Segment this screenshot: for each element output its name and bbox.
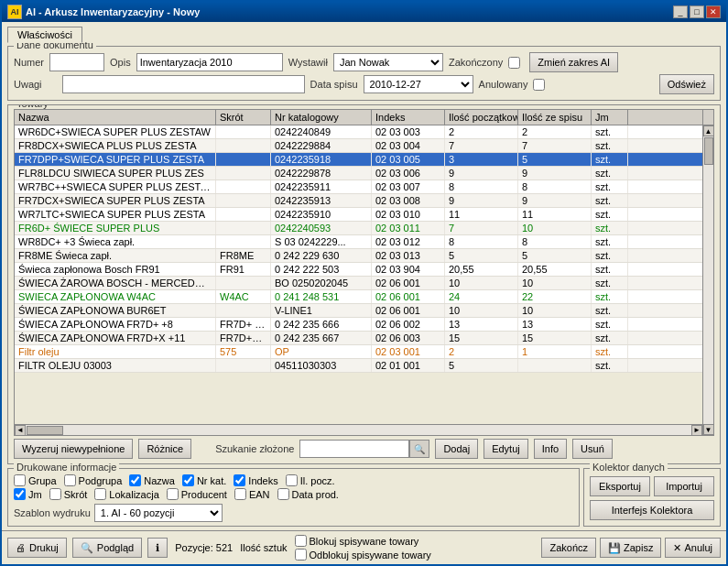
opis-input[interactable]: [136, 53, 283, 71]
blokuj-checkbox[interactable]: Blokuj spisywane towary: [295, 535, 431, 547]
footer-right: Zakończ 💾 Zapisz ✕ Anuluj: [541, 538, 721, 558]
table-cell: 02 06 002: [372, 318, 445, 331]
table-cell: 5: [518, 153, 592, 166]
cb-nazwa[interactable]: Nazwa: [129, 474, 175, 486]
table-cell: szt.: [592, 318, 628, 331]
table-cell: [216, 139, 271, 152]
close-button[interactable]: ✕: [706, 5, 721, 18]
table-row[interactable]: ŚWIECA ŻAROWA BOSCH - MERCEDES-BENZBO 02…: [15, 277, 702, 290]
table-row[interactable]: Filtr oleju575OP02 03 00121szt.: [15, 345, 702, 359]
table-cell: 02 06 001: [372, 304, 445, 317]
table-cell: szt.: [592, 208, 628, 221]
vertical-scrollbar[interactable]: ▲ ▼: [702, 125, 713, 435]
table-cell: FILTR OLEJU 03003: [15, 359, 216, 372]
interfejs-btn[interactable]: Interfejs Kolektora: [590, 500, 714, 520]
cb-podgrupa[interactable]: Podgrupa: [64, 474, 123, 486]
search-icon-btn[interactable]: 🔍: [409, 440, 429, 458]
odblokuj-checkbox[interactable]: Odblokuj spisywane towary: [295, 549, 431, 561]
table-cell: szt.: [592, 263, 628, 276]
minimize-button[interactable]: _: [673, 5, 688, 18]
cb-data-prod[interactable]: Data prod.: [277, 488, 339, 500]
importuj-btn[interactable]: Importuj: [654, 476, 714, 496]
cb-grupa[interactable]: Grupa: [14, 474, 57, 486]
wystawil-select[interactable]: Jan Nowak: [333, 53, 443, 71]
scroll-left-btn[interactable]: ◄: [15, 425, 26, 436]
numer-input[interactable]: [49, 53, 104, 71]
drukuj-btn[interactable]: 🖨 Drukuj: [7, 538, 67, 558]
table-row[interactable]: ŚWIECA ZAPŁONOWA FR7D+ +8FR7D+ /+80 242 …: [15, 318, 702, 332]
table-row[interactable]: FLR8LDCU SIWIECA SUPER PLUS ZES024222987…: [15, 167, 702, 180]
table-cell: 02 03 011: [372, 222, 445, 234]
table-row[interactable]: WR7BC++SWIECA SUPER PLUS ZESTAW024223591…: [15, 180, 702, 194]
eksportuj-btn[interactable]: Eksportuj: [590, 476, 650, 496]
table-cell: [216, 222, 271, 234]
table-cell: ŚWIECA ZAPŁONOWA FR7D+ +8: [15, 318, 216, 331]
table-cell: FR7DPP+SWIECA SUPER PLUS ZESTA: [15, 153, 216, 166]
horizontal-scrollbar[interactable]: ◄ ►: [15, 424, 702, 435]
table-cell: FR91: [216, 263, 271, 276]
search-input[interactable]: [299, 440, 409, 458]
cb-indeks[interactable]: Indeks: [234, 474, 277, 486]
table-row[interactable]: WR6DC+SWIECA SUPER PLUS ZESTAW0242240849…: [15, 125, 702, 139]
data-spisu-select[interactable]: 2010-12-27: [364, 75, 473, 93]
table-cell: 7: [445, 222, 518, 234]
scroll-down-btn[interactable]: ▼: [703, 424, 714, 435]
table-row[interactable]: WR7LTC+SWIECA SUPER PLUS ZESTA0242235910…: [15, 208, 702, 222]
dodaj-btn[interactable]: Dodaj: [435, 439, 478, 459]
szablon-select[interactable]: 1. AI - 60 pozycji: [94, 504, 223, 522]
table-row[interactable]: Świeca zapłonowa Bosch FR91FR910 242 222…: [15, 263, 702, 277]
zmien-zakres-btn[interactable]: Zmień zakres AI: [529, 52, 618, 72]
print-info-box: Drukowane informacje Grupa Podgrupa Nazw…: [7, 468, 580, 527]
wystawil-label: Wystawił: [288, 57, 328, 68]
scroll-right-btn[interactable]: ►: [691, 425, 702, 436]
table-cell: 5: [518, 249, 592, 262]
zapisz-btn[interactable]: 💾 Zapisz: [600, 538, 661, 558]
cb-skrot[interactable]: Skrót: [49, 488, 88, 500]
cb-jm[interactable]: Jm: [14, 488, 42, 500]
anuluj-btn[interactable]: ✕ Anuluj: [665, 538, 721, 558]
anulowany-checkbox[interactable]: [533, 79, 545, 91]
table-cell: FR6D+ ŚWIECE SUPER PLUS: [15, 222, 216, 234]
table-cell: szt.: [592, 345, 628, 358]
cb-lokalizacja[interactable]: Lokalizacja: [94, 488, 158, 500]
table-row[interactable]: ŚWIECA ZAPŁONOWA BUR6ETV-LINE102 06 0011…: [15, 304, 702, 318]
table-row[interactable]: FR8DCX+SWIECA PLUS PLUS ZESTA02422298840…: [15, 139, 702, 153]
edytuj-btn[interactable]: Edytuj: [484, 439, 528, 459]
cb-il-pocz[interactable]: Il. pocz.: [286, 474, 335, 486]
zakończony-checkbox[interactable]: [508, 57, 520, 69]
uwagi-input[interactable]: [62, 75, 305, 93]
podglad-btn[interactable]: 🔍 Podgląd: [72, 538, 142, 558]
table-scroll-area[interactable]: WR6DC+SWIECA SUPER PLUS ZESTAW0242240849…: [15, 125, 702, 424]
scroll-up-btn[interactable]: ▲: [703, 125, 714, 136]
cb-nr-kat[interactable]: Nr kat.: [182, 474, 226, 486]
scroll-track-h: [26, 425, 691, 435]
table-cell: 0 242 222 503: [271, 263, 372, 276]
table-cell: 9: [445, 194, 518, 207]
table-row[interactable]: FR7DPP+SWIECA SUPER PLUS ZESTA0242235918…: [15, 153, 702, 167]
save-icon: 💾: [608, 542, 621, 554]
table-row[interactable]: FR8ME Świeca zapł.FR8ME0 242 229 63002 0…: [15, 249, 702, 263]
maximize-button[interactable]: □: [690, 5, 704, 18]
odswiez-btn[interactable]: Odśwież: [659, 74, 714, 94]
table-cell: 8: [518, 235, 592, 248]
table-row[interactable]: WR8DC+ +3 Świeca zapł.S 03 0242229...02 …: [15, 235, 702, 249]
info-footer-btn[interactable]: ℹ: [147, 538, 168, 558]
usun-btn[interactable]: Usuń: [572, 439, 613, 459]
table-cell: 0 241 248 531: [271, 290, 372, 303]
search-wrapper: 🔍: [299, 440, 429, 458]
roznice-btn[interactable]: Różnice: [138, 439, 191, 459]
footer-left: 🖨 Drukuj 🔍 Podgląd ℹ: [7, 538, 168, 558]
tab-wlasciwosci[interactable]: Właściwości: [7, 27, 82, 43]
table-cell: szt.: [592, 180, 628, 193]
table-row[interactable]: FR7DCX+SWIECA SUPER PLUS ZESTA0242235913…: [15, 194, 702, 208]
info-btn[interactable]: Info: [534, 439, 567, 459]
cb-producent[interactable]: Producent: [167, 488, 227, 500]
wyzeruj-btn[interactable]: Wyzeruj niewypełnione: [14, 439, 133, 459]
table-row[interactable]: FILTR OLEJU 030030451103030302 01 0015sz…: [15, 359, 702, 373]
cb-ean[interactable]: EAN: [234, 488, 270, 500]
table-row[interactable]: FR6D+ ŚWIECE SUPER PLUS024224059302 03 0…: [15, 222, 702, 235]
numer-label: Numer: [14, 57, 44, 68]
zakoncz-btn[interactable]: Zakończ: [541, 538, 596, 558]
table-row[interactable]: ŚWIECA ZAPŁONOWA FR7D+X +11FR7D+X /+110 …: [15, 332, 702, 345]
table-row[interactable]: SWIECA ZAPŁONOWA W4ACW4AC0 241 248 53102…: [15, 290, 702, 304]
